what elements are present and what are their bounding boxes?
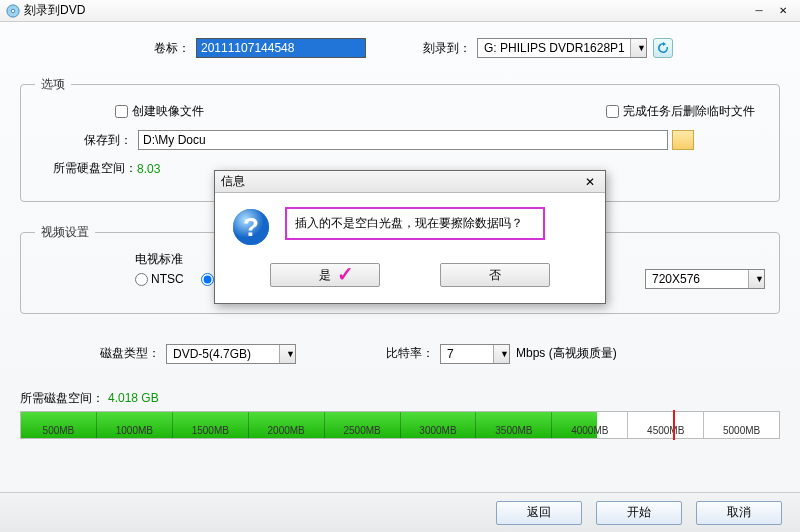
dialog-message: 插入的不是空白光盘，现在要擦除数据吗？ [285,207,545,240]
yes-button[interactable]: 是 ✓ [270,263,380,287]
dialog-title: 信息 [221,173,245,190]
svg-text:?: ? [243,212,259,242]
no-button[interactable]: 否 [440,263,550,287]
info-dialog: 信息 ✕ ? 插入的不是空白光盘，现在要擦除数据吗？ 是 ✓ 否 [214,170,606,304]
modal-overlay: 信息 ✕ ? 插入的不是空白光盘，现在要擦除数据吗？ 是 ✓ 否 [0,0,800,532]
question-icon: ? [231,207,271,247]
check-icon: ✓ [337,262,354,286]
dialog-close-button[interactable]: ✕ [581,175,599,189]
